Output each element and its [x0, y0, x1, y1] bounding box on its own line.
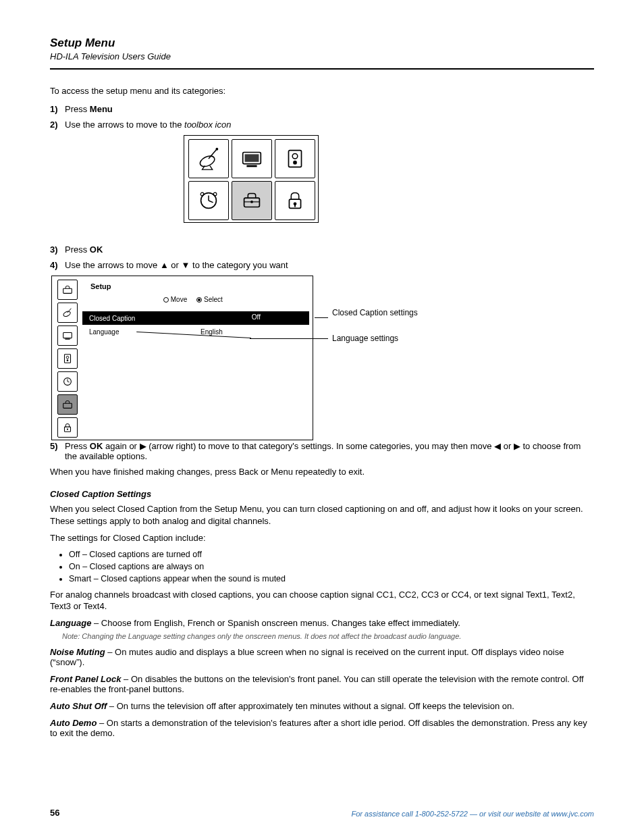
- section-heading: Setup Menu: [50, 36, 594, 50]
- menu-hint-row: Move Select: [163, 296, 223, 303]
- intro-text: To access the setup menu and its categor…: [50, 86, 594, 96]
- svg-rect-19: [294, 205, 296, 207]
- steps-list-end: 5) Press OK again or ▶ (arrow right) to …: [50, 441, 594, 461]
- lock-icon: [275, 181, 315, 220]
- callout-closed-caption: Closed Caption settings: [332, 308, 418, 317]
- step-text: Press: [65, 441, 90, 451]
- svg-point-13: [213, 192, 217, 196]
- menu-hint-move: Move: [171, 296, 187, 303]
- speaker-icon: [275, 139, 315, 178]
- step-icon-name: toolbox icon: [184, 120, 231, 130]
- svg-point-33: [67, 429, 68, 430]
- section-subheading: HD-ILA Television Users Guide: [50, 51, 594, 61]
- menu-hint-select: Select: [204, 296, 223, 303]
- cc-option: On – Closed captions are always on: [69, 562, 594, 571]
- step-text: again or ▶ (arrow right) to move to that…: [65, 441, 581, 461]
- setting-name: Auto Shut Off: [50, 701, 107, 711]
- toolbox-icon: [232, 181, 272, 220]
- clock-icon: [188, 181, 229, 220]
- svg-rect-23: [63, 333, 72, 338]
- icon-grid-figure: [184, 135, 319, 223]
- steps-list-cont: 3) Press OK 4) Use the arrows to move ▲ …: [50, 244, 594, 270]
- svg-point-27: [67, 359, 69, 361]
- svg-point-0: [198, 154, 216, 169]
- setting-desc: – On starts a demonstration of the telev…: [50, 718, 587, 738]
- cc-options: Off – Closed captions are turned off On …: [69, 550, 594, 583]
- footer: For assistance call 1-800-252-5722 — or …: [352, 810, 594, 818]
- svg-point-21: [63, 311, 71, 317]
- step-number: 3): [50, 244, 65, 255]
- cc-option: Smart – Closed captions appear when the …: [69, 574, 594, 583]
- svg-point-12: [200, 192, 204, 196]
- setup-menu-figure: Setup Move Select Closed Caption Off Lan…: [50, 276, 320, 441]
- svg-rect-20: [63, 288, 72, 293]
- step-key: Menu: [90, 104, 113, 114]
- menu-row-selected: Closed Caption Off: [82, 311, 309, 325]
- step-number: 4): [50, 260, 65, 270]
- step-text: Press: [65, 104, 90, 114]
- satellite-icon: [188, 139, 229, 178]
- setting-name: Language: [50, 618, 91, 628]
- step-text: Use the arrows to move ▲ or ▼ to the cat…: [65, 260, 594, 270]
- satellite-icon: [57, 303, 78, 323]
- svg-line-22: [68, 309, 71, 313]
- tv-icon: [57, 325, 78, 346]
- callout-language: Language settings: [332, 334, 398, 343]
- toolbox-icon: [57, 394, 78, 415]
- language-note: Note: Changing the Language setting chan…: [62, 632, 594, 640]
- menu-side-icons: [57, 280, 78, 438]
- lock-icon: [57, 417, 78, 438]
- setting-desc: – Choose from English, French or Spanish…: [91, 618, 460, 628]
- svg-line-30: [68, 382, 70, 382]
- svg-line-11: [209, 201, 213, 203]
- setting-desc: – On turns the television off after appr…: [107, 701, 514, 711]
- svg-rect-24: [65, 339, 70, 340]
- setting-name: Auto Demo: [50, 718, 97, 728]
- cc-p3: For analog channels broadcast with close…: [50, 589, 594, 613]
- step-number: 5): [50, 441, 65, 461]
- step-key: OK: [90, 441, 103, 451]
- steps-list: 1) Press Menu 2) Use the arrows to move …: [50, 104, 594, 130]
- svg-line-1: [209, 150, 216, 159]
- cc-option: Off – Closed captions are turned off: [69, 550, 594, 559]
- speaker-icon: [57, 348, 78, 369]
- closed-caption-block: Closed Caption Settings When you select …: [50, 489, 594, 613]
- menu-title: Setup: [90, 282, 111, 290]
- setting-desc: – On mutes audio and displays a blue scr…: [50, 647, 564, 667]
- steps-end: When you have finished making changes, p…: [50, 467, 594, 477]
- tv-icon: [232, 139, 272, 178]
- setting-desc: – On disables the buttons on the televis…: [50, 674, 584, 694]
- svg-point-8: [293, 161, 297, 165]
- step-number: 1): [50, 104, 65, 114]
- svg-point-2: [215, 148, 218, 151]
- svg-point-7: [292, 153, 298, 159]
- step-key: OK: [90, 244, 103, 255]
- cc-p2: The settings for Closed Caption include:: [50, 532, 594, 544]
- svg-rect-31: [63, 403, 72, 408]
- svg-point-26: [66, 356, 69, 359]
- svg-point-16: [250, 201, 253, 203]
- setting-name: Front Panel Lock: [50, 674, 121, 684]
- step-number: 2): [50, 120, 65, 130]
- page-number: 56: [50, 808, 59, 818]
- svg-rect-5: [246, 165, 257, 167]
- svg-rect-4: [245, 154, 259, 161]
- step-text: Use the arrows to move to the: [65, 120, 184, 130]
- cc-p1: When you select Closed Caption from the …: [50, 503, 594, 527]
- step-text: Press: [65, 244, 90, 255]
- clock-icon: [57, 371, 78, 392]
- menu-row1-value: Off: [252, 313, 261, 321]
- cc-title: Closed Caption Settings: [50, 489, 594, 499]
- toolbox-icon: [57, 280, 78, 300]
- setting-bullets: Language – Choose from English, French o…: [50, 618, 594, 738]
- menu-row1-label: Closed Caption: [89, 315, 135, 322]
- rule: [50, 68, 594, 70]
- setting-name: Noise Muting: [50, 647, 105, 657]
